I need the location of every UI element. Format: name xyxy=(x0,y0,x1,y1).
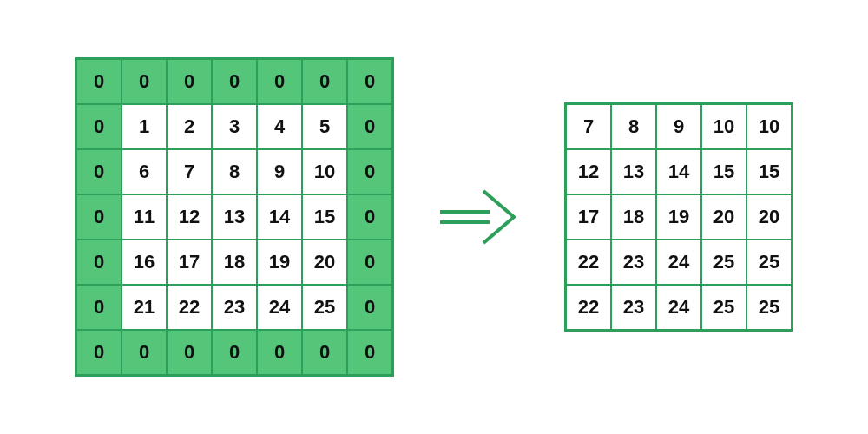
output-cell: 23 xyxy=(611,240,656,285)
padding-cell: 0 xyxy=(76,285,122,330)
output-cell: 12 xyxy=(566,149,611,194)
output-cell: 8 xyxy=(611,104,656,149)
input-cell: 12 xyxy=(167,194,212,240)
padding-cell: 0 xyxy=(347,285,392,330)
input-cell: 13 xyxy=(212,194,257,240)
padding-cell: 0 xyxy=(347,59,392,104)
output-cell: 24 xyxy=(656,285,701,330)
output-cell: 17 xyxy=(566,194,611,240)
output-cell: 20 xyxy=(746,194,792,240)
input-cell: 18 xyxy=(212,240,257,285)
padding-cell: 0 xyxy=(212,330,257,375)
input-cell: 16 xyxy=(122,240,167,285)
arrow-icon xyxy=(436,182,523,252)
padding-cell: 0 xyxy=(76,59,122,104)
output-cell: 22 xyxy=(566,285,611,330)
output-cell: 22 xyxy=(566,240,611,285)
input-cell: 22 xyxy=(167,285,212,330)
padding-cell: 0 xyxy=(122,59,167,104)
padding-cell: 0 xyxy=(302,59,347,104)
output-cell: 25 xyxy=(746,285,792,330)
padding-cell: 0 xyxy=(347,104,392,149)
padding-cell: 0 xyxy=(212,59,257,104)
padding-cell: 0 xyxy=(167,330,212,375)
input-cell: 10 xyxy=(302,149,347,194)
padding-cell: 0 xyxy=(76,240,122,285)
padding-cell: 0 xyxy=(257,330,302,375)
output-cell: 15 xyxy=(746,149,792,194)
input-cell: 20 xyxy=(302,240,347,285)
input-cell: 6 xyxy=(122,149,167,194)
padding-cell: 0 xyxy=(347,330,392,375)
padding-cell: 0 xyxy=(76,194,122,240)
padding-cell: 0 xyxy=(302,330,347,375)
output-cell: 19 xyxy=(656,194,701,240)
input-cell: 15 xyxy=(302,194,347,240)
output-cell: 10 xyxy=(746,104,792,149)
padding-cell: 0 xyxy=(347,194,392,240)
output-cell: 24 xyxy=(656,240,701,285)
input-cell: 23 xyxy=(212,285,257,330)
output-cell: 13 xyxy=(611,149,656,194)
input-cell: 17 xyxy=(167,240,212,285)
padding-cell: 0 xyxy=(76,104,122,149)
input-cell: 2 xyxy=(167,104,212,149)
padding-cell: 0 xyxy=(76,149,122,194)
input-cell: 19 xyxy=(257,240,302,285)
padding-cell: 0 xyxy=(167,59,212,104)
input-cell: 9 xyxy=(257,149,302,194)
output-cell: 15 xyxy=(701,149,746,194)
padding-cell: 0 xyxy=(347,240,392,285)
input-cell: 4 xyxy=(257,104,302,149)
output-cell: 23 xyxy=(611,285,656,330)
padding-cell: 0 xyxy=(257,59,302,104)
input-cell: 5 xyxy=(302,104,347,149)
input-cell: 1 xyxy=(122,104,167,149)
output-matrix: 7891010121314151517181920202223242525222… xyxy=(564,102,793,332)
output-cell: 9 xyxy=(656,104,701,149)
output-cell: 18 xyxy=(611,194,656,240)
input-cell: 3 xyxy=(212,104,257,149)
input-cell: 14 xyxy=(257,194,302,240)
output-cell: 25 xyxy=(701,240,746,285)
output-cell: 7 xyxy=(566,104,611,149)
output-cell: 10 xyxy=(701,104,746,149)
output-cell: 14 xyxy=(656,149,701,194)
output-cell: 25 xyxy=(701,285,746,330)
diagram-container: 0000000012345006789100011121314150016171… xyxy=(75,57,793,377)
input-cell: 25 xyxy=(302,285,347,330)
input-cell: 21 xyxy=(122,285,167,330)
input-matrix: 0000000012345006789100011121314150016171… xyxy=(75,57,394,377)
padding-cell: 0 xyxy=(347,149,392,194)
input-cell: 24 xyxy=(257,285,302,330)
padding-cell: 0 xyxy=(122,330,167,375)
input-cell: 8 xyxy=(212,149,257,194)
input-cell: 11 xyxy=(122,194,167,240)
output-cell: 20 xyxy=(701,194,746,240)
padding-cell: 0 xyxy=(76,330,122,375)
input-cell: 7 xyxy=(167,149,212,194)
output-cell: 25 xyxy=(746,240,792,285)
